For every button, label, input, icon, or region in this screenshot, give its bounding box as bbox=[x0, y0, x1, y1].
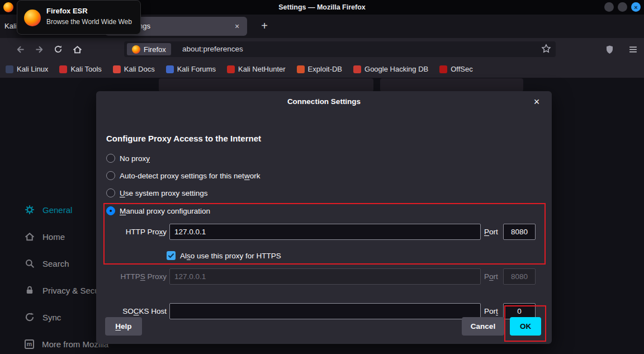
bookmark-favicon bbox=[6, 65, 13, 73]
bookmarks-toolbar: Kali Linux Kali Tools Kali Docs Kali For… bbox=[0, 60, 644, 78]
menu-icon[interactable] bbox=[626, 43, 640, 56]
firefox-icon bbox=[24, 10, 41, 26]
bookmark-favicon bbox=[227, 65, 235, 73]
radio-label: No proxy bbox=[120, 154, 150, 163]
bookmark-favicon bbox=[439, 65, 447, 73]
url-bar[interactable]: Firefox about:preferences bbox=[124, 41, 556, 57]
socks-host-input[interactable] bbox=[169, 303, 481, 319]
https-proxy-input bbox=[169, 268, 481, 285]
bookmark-label: Kali Docs bbox=[124, 65, 155, 73]
radio-label: Auto-detect proxy settings for this netw… bbox=[120, 172, 260, 180]
radio-auto-detect[interactable]: Auto-detect proxy settings for this netw… bbox=[106, 170, 260, 181]
bookmark-label: Kali NetHunter bbox=[238, 65, 286, 73]
bookmark-item[interactable]: OffSec bbox=[439, 65, 473, 73]
identity-chip-label: Firefox bbox=[144, 45, 166, 54]
tab-close-icon[interactable]: × bbox=[231, 21, 243, 32]
https-port-label: Port bbox=[484, 268, 503, 285]
bookmark-label: Kali Tools bbox=[70, 65, 101, 73]
bookmark-item[interactable]: Kali NetHunter bbox=[227, 65, 286, 73]
radio-no-proxy[interactable]: No proxy bbox=[106, 153, 150, 164]
proxy-section-heading: Configure Proxy Access to the Internet bbox=[106, 134, 261, 143]
https-port-input bbox=[503, 268, 536, 285]
bookmark-favicon bbox=[353, 65, 361, 73]
radio-button-icon[interactable] bbox=[106, 188, 115, 197]
checkbox-label: Also use this proxy for HTTPS bbox=[180, 252, 281, 260]
maximize-button[interactable] bbox=[618, 2, 627, 12]
bookmark-label: Google Hacking DB bbox=[364, 65, 428, 73]
navigation-toolbar: Firefox about:preferences bbox=[0, 38, 644, 60]
ok-button[interactable]: OK bbox=[510, 317, 541, 336]
radio-button-icon[interactable] bbox=[106, 154, 115, 163]
radio-label: Manual proxy configuration bbox=[120, 207, 210, 215]
screen: General Home Search Privacy & Security S… bbox=[0, 0, 644, 354]
bookmark-label: Kali Forums bbox=[177, 65, 216, 73]
http-port-input[interactable] bbox=[503, 224, 536, 240]
checkbox-checked-icon[interactable] bbox=[167, 251, 176, 260]
radio-label: Use system proxy settings bbox=[120, 189, 208, 197]
http-proxy-input[interactable] bbox=[169, 224, 481, 240]
bookmark-favicon bbox=[59, 65, 67, 73]
dialog-close-icon[interactable]: × bbox=[529, 95, 544, 109]
https-proxy-row: HTTPS Proxy Port bbox=[106, 268, 542, 285]
tooltip-subtitle: Browse the World Wide Web bbox=[46, 18, 132, 26]
bookmark-label: Kali Linux bbox=[17, 65, 48, 73]
firefox-tooltip: Firefox ESR Browse the World Wide Web bbox=[17, 0, 141, 35]
url-text[interactable]: about:preferences bbox=[182, 41, 243, 57]
minimize-button[interactable] bbox=[604, 2, 614, 12]
use-proxy-for-https-row[interactable]: Also use this proxy for HTTPS bbox=[167, 250, 281, 261]
http-port-label: Port bbox=[484, 224, 503, 240]
bookmark-item[interactable]: Kali Forums bbox=[166, 65, 216, 73]
connection-settings-dialog: Connection Settings × Configure Proxy Ac… bbox=[96, 91, 552, 344]
home-icon[interactable] bbox=[70, 43, 84, 56]
dialog-title: Connection Settings bbox=[96, 97, 552, 106]
firefox-icon bbox=[132, 45, 140, 54]
bookmark-label: OffSec bbox=[451, 65, 473, 73]
bookmark-favicon bbox=[113, 65, 121, 73]
radio-system-proxy[interactable]: Use system proxy settings bbox=[106, 187, 208, 199]
bookmark-item[interactable]: Exploit-DB bbox=[297, 65, 342, 73]
https-proxy-label: HTTPS Proxy bbox=[106, 268, 167, 285]
bookmark-item[interactable]: Kali Tools bbox=[59, 65, 101, 73]
radio-manual-proxy[interactable]: Manual proxy configuration bbox=[106, 205, 210, 216]
bookmark-star-icon[interactable] bbox=[541, 44, 552, 55]
bookmark-favicon bbox=[297, 65, 305, 73]
reload-icon[interactable] bbox=[51, 43, 65, 56]
window-controls: × bbox=[604, 2, 641, 12]
bookmark-item[interactable]: Kali Linux bbox=[6, 65, 48, 73]
forward-icon[interactable] bbox=[32, 43, 46, 56]
bookmark-item[interactable]: Google Hacking DB bbox=[353, 65, 428, 73]
http-proxy-row: HTTP Proxy Port bbox=[106, 224, 542, 240]
new-tab-button[interactable]: + bbox=[256, 18, 273, 35]
bookmark-label: Exploit-DB bbox=[308, 65, 342, 73]
close-window-button[interactable]: × bbox=[631, 2, 641, 12]
tooltip-title: Firefox ESR bbox=[46, 7, 88, 15]
radio-selected-icon[interactable] bbox=[106, 206, 115, 215]
shield-icon[interactable] bbox=[603, 43, 616, 56]
identity-chip[interactable]: Firefox bbox=[127, 43, 171, 55]
http-proxy-label: HTTP Proxy bbox=[106, 224, 167, 240]
bookmark-item[interactable]: Kali Docs bbox=[113, 65, 155, 73]
bookmark-favicon bbox=[166, 65, 174, 73]
cancel-button[interactable]: Cancel bbox=[462, 317, 504, 336]
radio-button-icon[interactable] bbox=[106, 171, 115, 180]
help-button[interactable]: Help bbox=[105, 317, 142, 336]
back-icon[interactable] bbox=[13, 43, 27, 56]
